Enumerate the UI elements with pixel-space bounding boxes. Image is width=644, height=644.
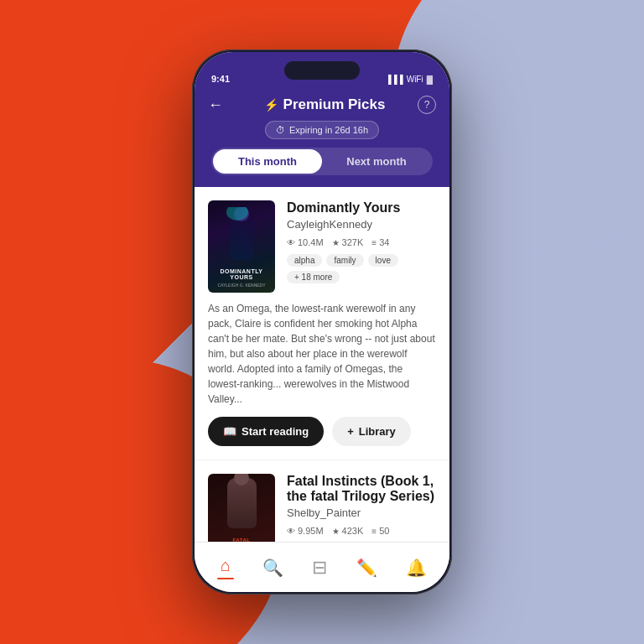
content-area: DOMINANTLY YOURS CAYLEIGH G. KENNEDY Dom… (195, 187, 449, 542)
start-reading-button[interactable]: 📖 Start reading (208, 417, 324, 446)
phone-frame: 9:41 ▐▐▐ WiFi ▓ ← ⚡ Premium Picks ? ⏱ Ex… (192, 49, 452, 595)
browse-icon: ⊟ (312, 557, 327, 579)
library-label: Library (359, 425, 396, 438)
nav-item-notifications[interactable]: 🔔 (396, 553, 437, 582)
chapters-count-2: 50 (379, 526, 389, 536)
phone-inner: 9:41 ▐▐▐ WiFi ▓ ← ⚡ Premium Picks ? ⏱ Ex… (195, 52, 449, 592)
expiry-text: Expiring in 26d 16h (289, 125, 368, 135)
wifi-icon: WiFi (407, 75, 423, 84)
add-to-library-button[interactable]: + Library (332, 417, 411, 446)
views-stat: 👁 10.4M (287, 237, 324, 247)
book-author-2: Shelby_Painter (287, 506, 436, 519)
stars-count: 327K (342, 237, 364, 247)
tabs: This month Next month (211, 148, 433, 175)
star-icon-2: ★ (332, 527, 340, 536)
action-buttons-1: 📖 Start reading + Library (208, 417, 436, 446)
views-count-2: 9.95M (298, 526, 324, 536)
cover1-author: CAYLEIGH G. KENNEDY (217, 283, 265, 288)
eye-icon: 👁 (287, 238, 295, 247)
book-cover-1: DOMINANTLY YOURS CAYLEIGH G. KENNEDY (208, 200, 275, 293)
chapters-stat-2: ≡ 50 (371, 526, 389, 536)
phone-notch (284, 61, 360, 80)
expiry-badge: ⏱ Expiring in 26d 16h (265, 121, 379, 139)
tab-this-month[interactable]: This month (213, 149, 322, 174)
chapters-icon-2: ≡ (371, 527, 377, 536)
header-row: ← ⚡ Premium Picks ? (208, 96, 436, 114)
book-read-icon: 📖 (223, 425, 236, 438)
cover2-figure (208, 474, 275, 532)
book-info-1: Dominantly Yours CayleighKennedy 👁 10.4M… (287, 200, 436, 293)
back-button[interactable]: ← (208, 96, 231, 114)
battery-icon: ▓ (427, 75, 433, 84)
page-title: Premium Picks (283, 96, 386, 113)
cover1-title-line1: DOMINANTLY (220, 268, 262, 275)
tag-alpha: alpha (287, 254, 322, 267)
signal-icon: ▐▐▐ (385, 75, 402, 84)
cover-figure-1 (221, 207, 262, 266)
book-title-1: Dominantly Yours (287, 200, 436, 216)
chapters-icon: ≡ (371, 238, 377, 247)
chapters-count: 34 (379, 237, 389, 247)
stars-stat-2: ★ 423K (332, 526, 364, 536)
home-icon: ⌂ (221, 556, 231, 575)
nav-item-search[interactable]: 🔍 (252, 553, 293, 582)
status-icons: ▐▐▐ WiFi ▓ (385, 75, 433, 84)
book-card-2: FATAL INSTINCTS THE FATAL TRILOGY ONE Fa… (195, 460, 449, 542)
views-count: 10.4M (298, 237, 324, 247)
notifications-icon: 🔔 (406, 558, 427, 578)
tag-family: family (326, 254, 363, 267)
book-title-2: Fatal Instincts (Book 1, the fatal Trilo… (287, 474, 436, 504)
cover1-title-line2: YOURS (230, 274, 252, 281)
book-top-2: FATAL INSTINCTS THE FATAL TRILOGY ONE Fa… (208, 474, 436, 542)
plus-icon: + (347, 425, 354, 438)
book-cover-2: FATAL INSTINCTS THE FATAL TRILOGY ONE (208, 474, 275, 542)
cover2-person-silhouette (227, 478, 257, 528)
home-active-indicator (217, 578, 234, 579)
tab-next-month[interactable]: Next month (322, 149, 431, 174)
book-stats-1: 👁 10.4M ★ 327K ≡ 34 (287, 237, 436, 247)
cover2-title-line1: FATAL (233, 538, 251, 542)
book-info-2: Fatal Instincts (Book 1, the fatal Trilo… (287, 474, 436, 542)
search-icon: 🔍 (262, 558, 283, 578)
eye-icon-2: 👁 (287, 527, 295, 536)
lightning-icon: ⚡ (264, 98, 278, 112)
nav-item-home[interactable]: ⌂ (207, 552, 244, 584)
start-reading-label: Start reading (242, 425, 309, 438)
tags-1: alpha family love + 18 more (287, 254, 436, 283)
header: ← ⚡ Premium Picks ? ⏱ Expiring in 26d 16… (195, 89, 449, 187)
book-stats-2: 👁 9.95M ★ 423K ≡ 50 (287, 526, 436, 536)
clock-icon: ⏱ (276, 125, 285, 135)
book-card-1: DOMINANTLY YOURS CAYLEIGH G. KENNEDY Dom… (195, 187, 449, 460)
stars-count-2: 423K (342, 526, 364, 536)
bottom-nav: ⌂ 🔍 ⊟ ✏️ 🔔 (195, 542, 449, 592)
nav-item-write[interactable]: ✏️ (346, 553, 387, 582)
help-button[interactable]: ? (418, 96, 436, 114)
book-description-1: As an Omega, the lowest-rank werewolf in… (208, 301, 436, 407)
star-icon: ★ (332, 238, 340, 247)
tag-love: love (368, 254, 398, 267)
status-time: 9:41 (211, 74, 230, 84)
book-top-1: DOMINANTLY YOURS CAYLEIGH G. KENNEDY Dom… (208, 200, 436, 293)
chapters-stat: ≡ 34 (371, 237, 389, 247)
book-author-1: CayleighKennedy (287, 218, 436, 231)
tag-more: + 18 more (287, 271, 340, 283)
header-title: ⚡ Premium Picks (264, 96, 386, 113)
stars-stat: ★ 327K (332, 237, 364, 247)
nav-item-browse[interactable]: ⊟ (302, 553, 337, 583)
write-icon: ✏️ (356, 558, 377, 578)
views-stat-2: 👁 9.95M (287, 526, 324, 536)
